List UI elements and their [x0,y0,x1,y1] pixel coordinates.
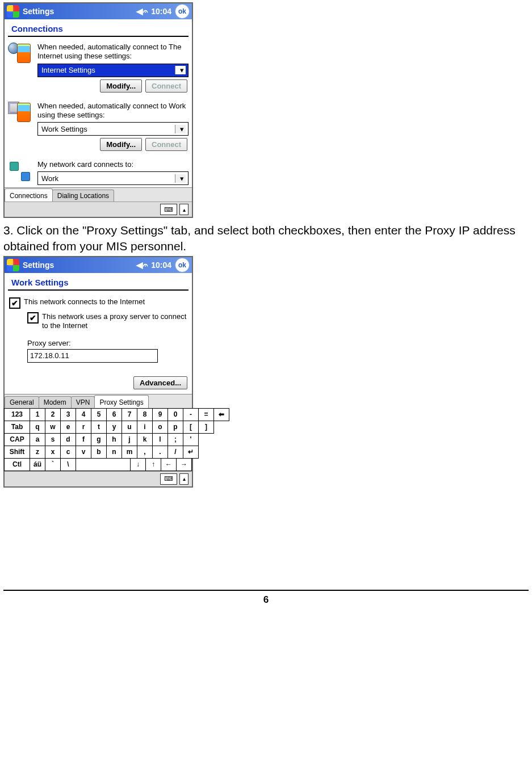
sip-up-icon[interactable]: ▴ [179,204,188,215]
start-logo-icon[interactable] [7,259,19,271]
key-0[interactable]: 0 [167,408,183,421]
key-CAP[interactable]: CAP [4,433,30,446]
key-Ctl[interactable]: Ctl [4,458,30,471]
key-m[interactable]: m [122,446,137,459]
key-9[interactable]: 9 [152,408,168,421]
tab-connections[interactable]: Connections [5,188,53,201]
divider [8,289,188,291]
key-k[interactable]: k [137,433,153,446]
key-=[interactable]: = [198,408,214,421]
connects-internet-row: ✔ This network connects to the Internet [5,294,192,309]
key-c[interactable]: c [60,446,76,459]
key-7[interactable]: 7 [122,408,137,421]
ok-button[interactable]: ok [175,4,190,19]
key-\[interactable]: \ [60,458,76,471]
key-áü[interactable]: áü [30,458,45,471]
volume-icon[interactable]: ◀𝄐 [136,260,148,270]
tab-proxy-settings[interactable]: Proxy Settings [94,395,148,408]
key-⬅[interactable]: ⬅ [213,408,229,421]
key-→[interactable]: → [176,458,192,471]
proxy-settings-screenshot: Settings ◀𝄐 10:04 ok Work Settings ✔ Thi… [3,256,193,488]
key-123[interactable]: 123 [4,408,30,421]
key-y[interactable]: y [106,421,122,434]
key-v[interactable]: v [76,446,91,459]
key-8[interactable]: 8 [137,408,153,421]
key-5[interactable]: 5 [91,408,107,421]
work-settings-dropdown[interactable]: Work Settings ▾ [37,122,188,136]
key-w[interactable]: w [45,421,61,434]
tab-general[interactable]: General [5,396,39,408]
divider [8,36,188,37]
key-4[interactable]: 4 [76,408,91,421]
nic-dropdown[interactable]: Work ▾ [37,171,188,185]
key-b[interactable]: b [91,446,107,459]
start-logo-icon[interactable] [7,5,19,18]
internet-dropdown-value: Internet Settings [41,66,95,74]
key-i[interactable]: i [137,421,153,434]
key-3[interactable]: 3 [60,408,76,421]
key-↵[interactable]: ↵ [183,446,199,459]
key-a[interactable]: a [30,433,45,446]
tab-dialing-locations[interactable]: Dialing Locations [52,190,114,201]
ok-button[interactable]: ok [175,258,190,272]
keyboard-row-2: Tabqwertyuiop[] [5,421,192,434]
key-`[interactable]: ` [45,458,61,471]
key-↑[interactable]: ↑ [145,458,161,471]
key-r[interactable]: r [76,421,91,434]
work-modify-button[interactable]: Modify... [100,138,142,151]
key-/[interactable]: / [167,446,183,459]
internet-settings-dropdown[interactable]: Internet Settings ▾ [37,64,188,77]
key-,[interactable]: , [137,446,153,459]
internet-icon [8,43,32,65]
key-n[interactable]: n [106,446,122,459]
proxy-server-input[interactable] [27,349,158,363]
key-j[interactable]: j [122,433,137,446]
titlebar: Settings ◀𝄐 10:04 ok [5,3,192,19]
volume-icon[interactable]: ◀𝄐 [136,6,148,16]
key-space[interactable] [76,458,131,471]
key-;[interactable]: ; [167,433,183,446]
keyboard-icon[interactable]: ⌨ [160,473,177,485]
keyboard-row-4: Shiftzxcvbnm,./↵ [5,446,192,459]
key-←[interactable]: ← [161,458,177,471]
key-[[interactable]: [ [183,421,199,434]
advanced-button[interactable]: Advanced... [133,376,187,389]
clock: 10:04 [151,261,171,270]
keyboard-row-5: Ctláü`\↓↑←→ [5,459,192,471]
connects-internet-checkbox[interactable]: ✔ [9,297,20,309]
key-t[interactable]: t [91,421,107,434]
key-6[interactable]: 6 [106,408,122,421]
key-f[interactable]: f [76,433,91,446]
key--[interactable]: - [183,408,199,421]
page-heading: Connections [5,19,192,36]
key-l[interactable]: l [152,433,168,446]
keyboard-icon[interactable]: ⌨ [160,204,177,215]
proxy-server-label: Proxy server: [27,339,187,347]
key-Shift[interactable]: Shift [4,446,30,459]
key-d[interactable]: d [60,433,76,446]
key-1[interactable]: 1 [30,408,45,421]
key-z[interactable]: z [30,446,45,459]
key-'[interactable]: ' [183,433,199,446]
key-h[interactable]: h [106,433,122,446]
internet-modify-button[interactable]: Modify... [100,79,142,93]
key-e[interactable]: e [60,421,76,434]
key-u[interactable]: u [122,421,137,434]
tab-vpn[interactable]: VPN [71,396,95,408]
uses-proxy-checkbox[interactable]: ✔ [27,312,39,324]
on-screen-keyboard[interactable]: 1231234567890-=⬅ Tabqwertyuiop[] CAPasdf… [5,408,192,471]
sip-up-icon[interactable]: ▴ [179,473,188,485]
key-2[interactable]: 2 [45,408,61,421]
key-s[interactable]: s [45,433,61,446]
key-↓[interactable]: ↓ [130,458,146,471]
work-label: When needed, automatically connect to Wo… [37,102,188,120]
key-x[interactable]: x [45,446,61,459]
key-][interactable]: ] [198,421,214,434]
key-p[interactable]: p [167,421,183,434]
key-.[interactable]: . [152,446,168,459]
key-q[interactable]: q [30,421,45,434]
tab-modem[interactable]: Modem [39,396,72,408]
key-g[interactable]: g [91,433,107,446]
key-Tab[interactable]: Tab [4,421,30,434]
key-o[interactable]: o [152,421,168,434]
